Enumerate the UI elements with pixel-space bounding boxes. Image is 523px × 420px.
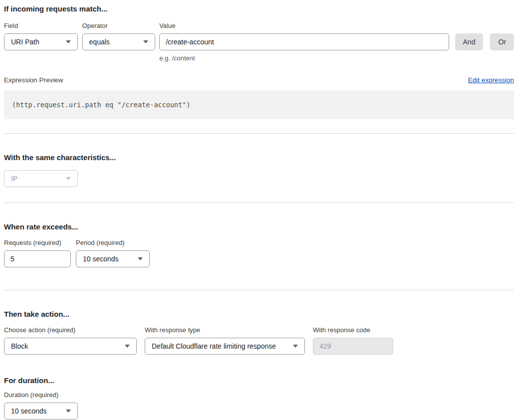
choose-action-label: Choose action (required): [4, 325, 137, 335]
value-hint: e.g. /content: [159, 53, 449, 63]
choose-action-select-value: Block: [11, 342, 28, 350]
section-title-incoming-requests: If incoming requests match...: [4, 3, 514, 14]
chevron-down-icon: [66, 40, 71, 43]
operator-select-value: equals: [89, 38, 110, 46]
logic-buttons: And Or: [449, 33, 514, 50]
value-label: Value: [159, 21, 449, 31]
requests-input[interactable]: [4, 250, 71, 267]
section-divider: [4, 203, 514, 203]
response-code-input: [313, 338, 393, 355]
field-group-duration: Duration (required) 10 seconds: [4, 390, 78, 420]
duration-label: Duration (required): [4, 390, 78, 400]
expression-preview-code-block: (http.request.uri.path eq "/create-accou…: [4, 90, 514, 119]
edit-expression-link[interactable]: Edit expression: [468, 75, 514, 85]
section-title-rate: When rate exceeds...: [4, 221, 514, 232]
operator-select[interactable]: equals: [82, 33, 156, 50]
response-type-select-value: Default Cloudflare rate limiting respons…: [152, 342, 276, 350]
expression-preview-label: Expression Preview: [4, 75, 63, 85]
period-label: Period (required): [76, 238, 150, 248]
chevron-down-icon: [125, 345, 130, 348]
characteristic-select: IP: [4, 170, 78, 187]
field-group-choose-action: Choose action (required) Block: [4, 325, 137, 355]
section-divider: [4, 133, 514, 134]
section-divider: [4, 290, 514, 290]
field-group-response-code: With response code: [313, 325, 393, 355]
match-expression-row: Field URI Path Operator equals Value e.g…: [4, 21, 514, 63]
choose-action-select[interactable]: Block: [4, 338, 137, 355]
chevron-down-icon: [138, 257, 143, 260]
chevron-down-icon: [143, 40, 148, 43]
or-button[interactable]: Or: [490, 33, 514, 50]
section-title-duration: For duration...: [4, 375, 514, 386]
rate-row: Requests (required) Period (required) 10…: [4, 238, 514, 267]
chevron-down-icon: [66, 177, 71, 180]
response-type-label: With response type: [145, 325, 305, 335]
period-select-value: 10 seconds: [83, 255, 119, 263]
field-group-operator: Operator equals: [82, 21, 156, 50]
field-group-value: Value e.g. /content: [159, 21, 449, 63]
and-button[interactable]: And: [455, 33, 484, 50]
field-group-field: Field URI Path: [4, 21, 78, 50]
value-input[interactable]: [159, 33, 449, 50]
requests-label: Requests (required): [4, 238, 71, 248]
section-title-action: Then take action...: [4, 309, 514, 320]
field-label: Field: [4, 21, 78, 31]
characteristic-select-value: IP: [11, 175, 17, 183]
rate-limiting-rule-form: If incoming requests match... Field URI …: [0, 0, 523, 420]
field-select[interactable]: URI Path: [4, 33, 78, 50]
expression-preview-header: Expression Preview Edit expression: [4, 75, 514, 85]
field-select-value: URI Path: [11, 38, 39, 46]
section-title-characteristics: With the same characteristics...: [4, 152, 514, 163]
field-group-requests: Requests (required): [4, 238, 71, 267]
action-row: Choose action (required) Block With resp…: [4, 325, 514, 355]
response-code-label: With response code: [313, 325, 393, 335]
duration-select-value: 10 seconds: [11, 407, 47, 415]
period-select[interactable]: 10 seconds: [76, 250, 150, 267]
field-group-response-type: With response type Default Cloudflare ra…: [145, 325, 305, 355]
operator-label: Operator: [82, 21, 156, 31]
chevron-down-icon: [66, 410, 71, 413]
expression-preview-code: (http.request.uri.path eq "/create-accou…: [12, 101, 191, 109]
chevron-down-icon: [293, 345, 298, 348]
field-group-period: Period (required) 10 seconds: [76, 238, 150, 267]
duration-select[interactable]: 10 seconds: [4, 403, 78, 420]
response-type-select[interactable]: Default Cloudflare rate limiting respons…: [145, 338, 305, 355]
